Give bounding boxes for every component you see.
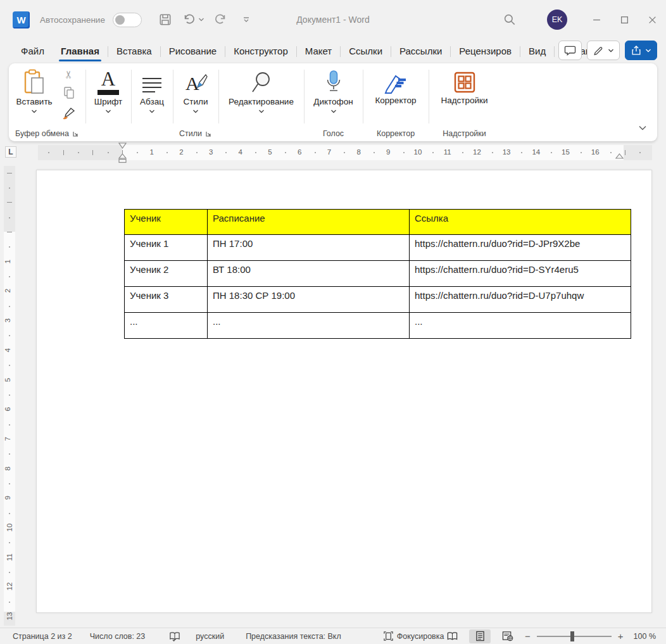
read-mode-button[interactable] xyxy=(441,629,463,643)
drawing-button[interactable] xyxy=(587,41,620,60)
tab-Рассылки[interactable]: Рассылки xyxy=(391,40,450,63)
zoom-out-button[interactable]: − xyxy=(525,631,531,641)
tab-Главная[interactable]: Главная xyxy=(53,40,108,63)
word-count-status[interactable]: Число слов: 23 xyxy=(90,632,146,641)
page-number-status[interactable]: Страница 2 из 2 xyxy=(13,632,72,641)
paste-button[interactable]: Вставить xyxy=(14,67,54,114)
hruler-half-tick xyxy=(285,152,286,153)
vruler-number-2: 2 xyxy=(4,289,11,293)
header-cell-1[interactable]: Расписание xyxy=(208,210,410,235)
editor-button[interactable]: Корректор xyxy=(367,68,424,105)
paragraph-menu-button[interactable]: Абзац xyxy=(132,67,172,114)
title-bar: W Автосохранение Документ1 - Word EK xyxy=(0,0,666,39)
cell-r1-c0[interactable]: Ученик 2 xyxy=(125,261,208,287)
document-page[interactable]: УченикРасписаниеСсылка Ученик 1ПН 17:00h… xyxy=(36,170,652,613)
tab-Ссылки[interactable]: Ссылки xyxy=(341,40,391,63)
styles-chevron-icon xyxy=(192,109,199,114)
vruler-number-1: 1 xyxy=(4,259,11,263)
share-button[interactable] xyxy=(625,41,657,60)
cell-r1-c1[interactable]: ВТ 18:00 xyxy=(208,261,410,287)
maximize-button[interactable] xyxy=(610,6,638,34)
comments-button[interactable] xyxy=(558,41,582,60)
cell-r2-c1[interactable]: ПН 18:30 СР 19:00 xyxy=(208,287,410,313)
account-avatar[interactable]: EK xyxy=(547,9,567,30)
vruler-number-3: 3 xyxy=(4,319,11,322)
search-icon[interactable] xyxy=(499,9,520,30)
format-painter-icon[interactable] xyxy=(62,107,76,122)
tab-Рецензиров[interactable]: Рецензиров xyxy=(451,40,520,63)
zoom-slider[interactable] xyxy=(537,636,612,637)
print-layout-button[interactable] xyxy=(469,629,491,643)
hruler-half-tick xyxy=(108,152,109,153)
zoom-in-button[interactable]: + xyxy=(618,631,624,641)
autosave-toggle[interactable] xyxy=(113,13,142,27)
cell-r2-c2[interactable]: https://chattern.ru/duo?rid=D-U7p7uhqw xyxy=(410,287,631,313)
editing-label: Редактирование xyxy=(229,97,294,106)
vruler-half-tick xyxy=(9,217,10,218)
hruler-half-tick xyxy=(403,152,405,153)
text-predictions-status[interactable]: Предсказания текста: Вкл xyxy=(246,632,341,641)
zoom-slider-handle[interactable] xyxy=(570,631,574,641)
font-label: Шрифт xyxy=(94,97,122,106)
vertical-ruler[interactable]: 12345678910111213 xyxy=(4,166,15,626)
collapse-ribbon-button[interactable] xyxy=(638,122,647,134)
close-button[interactable] xyxy=(638,6,666,34)
doc-table[interactable]: УченикРасписаниеСсылка Ученик 1ПН 17:00h… xyxy=(124,209,631,339)
tab-Конструктор[interactable]: Конструктор xyxy=(225,40,296,63)
clipboard-dialog-launcher-icon[interactable] xyxy=(72,130,79,137)
tab-Файл[interactable]: Файл xyxy=(13,40,53,63)
customize-quick-access-icon[interactable] xyxy=(242,16,250,23)
undo-icon[interactable] xyxy=(182,13,196,27)
web-layout-button[interactable] xyxy=(497,629,518,643)
editor-group-label-text: Корректор xyxy=(377,129,415,138)
styles-dialog-launcher-icon[interactable] xyxy=(205,130,212,137)
redo-icon[interactable] xyxy=(213,13,227,27)
horizontal-ruler[interactable]: L 12345678910111213141516 xyxy=(0,143,666,163)
focus-mode-button[interactable]: Фокусировка xyxy=(383,631,444,641)
find-icon xyxy=(250,67,273,95)
minimize-button[interactable] xyxy=(582,6,610,34)
zoom-level[interactable]: 100 % xyxy=(634,632,656,641)
vruler-half-tick xyxy=(9,246,10,248)
hruler-number-1: 1 xyxy=(149,148,153,156)
styles-icon: А xyxy=(183,67,208,95)
addins-button[interactable]: Надстройки xyxy=(434,68,494,105)
cell-r2-c0[interactable]: Ученик 3 xyxy=(125,287,208,313)
proofing-icon[interactable] xyxy=(169,631,180,641)
hruler-cm-tick xyxy=(92,150,93,155)
header-cell-2[interactable]: Ссылка xyxy=(410,210,631,235)
right-indent-marker[interactable] xyxy=(615,153,624,160)
copy-icon[interactable] xyxy=(63,86,75,101)
editing-menu-button[interactable]: Редактирование xyxy=(222,67,301,114)
undo-dropdown-chevron-icon[interactable] xyxy=(198,17,204,22)
cell-r3-c0[interactable]: ... xyxy=(125,313,208,339)
language-status[interactable]: русский xyxy=(196,632,224,641)
dictate-button[interactable]: Диктофон xyxy=(310,67,357,114)
share-chevron-icon xyxy=(645,48,651,53)
cell-r1-c2[interactable]: https://chattern.ru/duo?rid=D-SYr4eru5 xyxy=(410,261,631,287)
tab-Вставка[interactable]: Вставка xyxy=(108,40,160,63)
cell-r3-c2[interactable]: ... xyxy=(410,313,631,339)
vruler-cm-tick xyxy=(7,173,12,174)
cell-r0-c1[interactable]: ПН 17:00 xyxy=(208,235,410,261)
tab-Вид[interactable]: Вид xyxy=(520,40,554,63)
vruler-half-tick xyxy=(9,453,10,455)
toggle-knob xyxy=(115,15,125,25)
font-menu-button[interactable]: А Шрифт xyxy=(88,67,129,114)
save-icon[interactable] xyxy=(158,13,172,27)
hruler-half-tick xyxy=(78,152,79,153)
tab-Рисование[interactable]: Рисование xyxy=(161,40,225,63)
styles-menu-button[interactable]: А Стили xyxy=(175,67,216,114)
hanging-indent-marker[interactable] xyxy=(118,153,127,163)
cell-r0-c2[interactable]: https://chattern.ru/duo?rid=D-JPr9X2be xyxy=(410,235,631,261)
cut-icon[interactable]: ✂ xyxy=(63,70,75,79)
font-chevron-icon xyxy=(105,109,111,114)
header-cell-0[interactable]: Ученик xyxy=(125,210,208,235)
tab-Макет[interactable]: Макет xyxy=(297,40,340,63)
vruler-number-7: 7 xyxy=(4,437,11,441)
vruler-half-tick xyxy=(9,602,10,603)
cell-r0-c0[interactable]: Ученик 1 xyxy=(125,235,208,261)
first-line-indent-marker[interactable] xyxy=(118,142,127,149)
hruler-number-6: 6 xyxy=(298,148,301,156)
cell-r3-c1[interactable]: ... xyxy=(208,313,410,339)
